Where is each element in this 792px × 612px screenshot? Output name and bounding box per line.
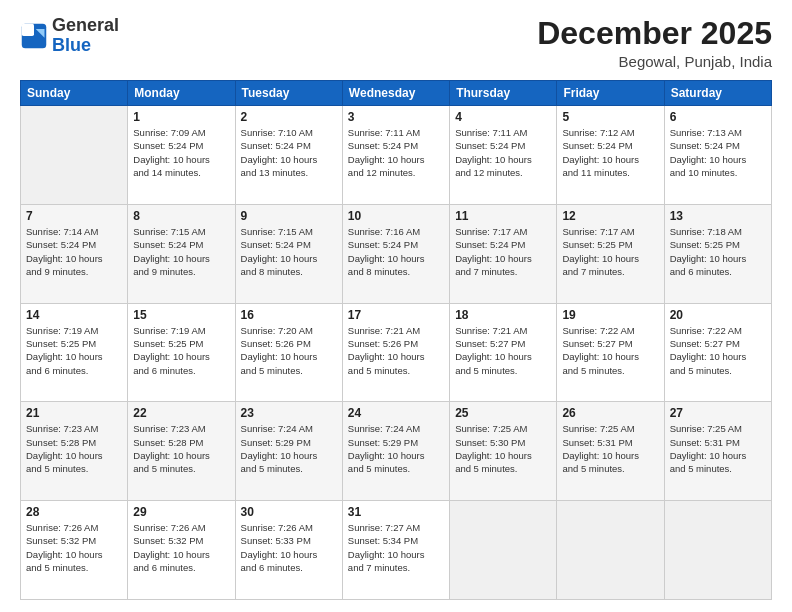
calendar-cell: 22Sunrise: 7:23 AM Sunset: 5:28 PM Dayli… xyxy=(128,402,235,501)
calendar-cell: 16Sunrise: 7:20 AM Sunset: 5:26 PM Dayli… xyxy=(235,303,342,402)
day-number: 5 xyxy=(562,110,658,124)
header-day-saturday: Saturday xyxy=(664,81,771,106)
day-number: 31 xyxy=(348,505,444,519)
day-number: 28 xyxy=(26,505,122,519)
calendar-cell: 19Sunrise: 7:22 AM Sunset: 5:27 PM Dayli… xyxy=(557,303,664,402)
day-number: 16 xyxy=(241,308,337,322)
calendar-cell: 7Sunrise: 7:14 AM Sunset: 5:24 PM Daylig… xyxy=(21,204,128,303)
day-info: Sunrise: 7:24 AM Sunset: 5:29 PM Dayligh… xyxy=(241,422,337,475)
logo-general: General xyxy=(52,15,119,35)
month-title: December 2025 xyxy=(537,16,772,51)
day-info: Sunrise: 7:14 AM Sunset: 5:24 PM Dayligh… xyxy=(26,225,122,278)
day-number: 26 xyxy=(562,406,658,420)
day-info: Sunrise: 7:22 AM Sunset: 5:27 PM Dayligh… xyxy=(562,324,658,377)
calendar-cell: 27Sunrise: 7:25 AM Sunset: 5:31 PM Dayli… xyxy=(664,402,771,501)
day-info: Sunrise: 7:27 AM Sunset: 5:34 PM Dayligh… xyxy=(348,521,444,574)
calendar-cell: 1Sunrise: 7:09 AM Sunset: 5:24 PM Daylig… xyxy=(128,106,235,205)
calendar-cell: 4Sunrise: 7:11 AM Sunset: 5:24 PM Daylig… xyxy=(450,106,557,205)
day-info: Sunrise: 7:12 AM Sunset: 5:24 PM Dayligh… xyxy=(562,126,658,179)
calendar-cell: 30Sunrise: 7:26 AM Sunset: 5:33 PM Dayli… xyxy=(235,501,342,600)
calendar-cell: 25Sunrise: 7:25 AM Sunset: 5:30 PM Dayli… xyxy=(450,402,557,501)
day-info: Sunrise: 7:20 AM Sunset: 5:26 PM Dayligh… xyxy=(241,324,337,377)
logo-text: General Blue xyxy=(52,16,119,56)
day-number: 17 xyxy=(348,308,444,322)
day-number: 22 xyxy=(133,406,229,420)
day-info: Sunrise: 7:19 AM Sunset: 5:25 PM Dayligh… xyxy=(26,324,122,377)
calendar-cell: 29Sunrise: 7:26 AM Sunset: 5:32 PM Dayli… xyxy=(128,501,235,600)
calendar-cell xyxy=(21,106,128,205)
header-day-sunday: Sunday xyxy=(21,81,128,106)
day-info: Sunrise: 7:11 AM Sunset: 5:24 PM Dayligh… xyxy=(348,126,444,179)
day-info: Sunrise: 7:16 AM Sunset: 5:24 PM Dayligh… xyxy=(348,225,444,278)
day-number: 24 xyxy=(348,406,444,420)
calendar-cell: 17Sunrise: 7:21 AM Sunset: 5:26 PM Dayli… xyxy=(342,303,449,402)
day-info: Sunrise: 7:19 AM Sunset: 5:25 PM Dayligh… xyxy=(133,324,229,377)
calendar-cell: 10Sunrise: 7:16 AM Sunset: 5:24 PM Dayli… xyxy=(342,204,449,303)
header-day-thursday: Thursday xyxy=(450,81,557,106)
day-info: Sunrise: 7:22 AM Sunset: 5:27 PM Dayligh… xyxy=(670,324,766,377)
logo-icon xyxy=(20,22,48,50)
calendar-cell: 21Sunrise: 7:23 AM Sunset: 5:28 PM Dayli… xyxy=(21,402,128,501)
logo: General Blue xyxy=(20,16,119,56)
svg-rect-2 xyxy=(22,24,34,36)
day-info: Sunrise: 7:10 AM Sunset: 5:24 PM Dayligh… xyxy=(241,126,337,179)
calendar-cell: 15Sunrise: 7:19 AM Sunset: 5:25 PM Dayli… xyxy=(128,303,235,402)
day-number: 9 xyxy=(241,209,337,223)
day-info: Sunrise: 7:23 AM Sunset: 5:28 PM Dayligh… xyxy=(133,422,229,475)
day-number: 18 xyxy=(455,308,551,322)
day-info: Sunrise: 7:25 AM Sunset: 5:31 PM Dayligh… xyxy=(670,422,766,475)
title-block: December 2025 Begowal, Punjab, India xyxy=(537,16,772,70)
day-number: 12 xyxy=(562,209,658,223)
day-number: 29 xyxy=(133,505,229,519)
day-info: Sunrise: 7:09 AM Sunset: 5:24 PM Dayligh… xyxy=(133,126,229,179)
calendar-cell: 24Sunrise: 7:24 AM Sunset: 5:29 PM Dayli… xyxy=(342,402,449,501)
day-number: 8 xyxy=(133,209,229,223)
calendar-cell: 9Sunrise: 7:15 AM Sunset: 5:24 PM Daylig… xyxy=(235,204,342,303)
day-info: Sunrise: 7:15 AM Sunset: 5:24 PM Dayligh… xyxy=(133,225,229,278)
day-info: Sunrise: 7:17 AM Sunset: 5:25 PM Dayligh… xyxy=(562,225,658,278)
day-info: Sunrise: 7:25 AM Sunset: 5:30 PM Dayligh… xyxy=(455,422,551,475)
day-info: Sunrise: 7:11 AM Sunset: 5:24 PM Dayligh… xyxy=(455,126,551,179)
calendar-cell: 28Sunrise: 7:26 AM Sunset: 5:32 PM Dayli… xyxy=(21,501,128,600)
day-number: 3 xyxy=(348,110,444,124)
calendar-cell: 5Sunrise: 7:12 AM Sunset: 5:24 PM Daylig… xyxy=(557,106,664,205)
header-day-friday: Friday xyxy=(557,81,664,106)
location: Begowal, Punjab, India xyxy=(537,53,772,70)
day-info: Sunrise: 7:26 AM Sunset: 5:32 PM Dayligh… xyxy=(133,521,229,574)
day-number: 25 xyxy=(455,406,551,420)
day-info: Sunrise: 7:17 AM Sunset: 5:24 PM Dayligh… xyxy=(455,225,551,278)
day-number: 11 xyxy=(455,209,551,223)
header-day-tuesday: Tuesday xyxy=(235,81,342,106)
calendar-body: 1Sunrise: 7:09 AM Sunset: 5:24 PM Daylig… xyxy=(21,106,772,600)
day-number: 6 xyxy=(670,110,766,124)
day-number: 15 xyxy=(133,308,229,322)
logo-blue: Blue xyxy=(52,35,91,55)
day-number: 19 xyxy=(562,308,658,322)
day-number: 30 xyxy=(241,505,337,519)
calendar-cell: 26Sunrise: 7:25 AM Sunset: 5:31 PM Dayli… xyxy=(557,402,664,501)
calendar-cell xyxy=(450,501,557,600)
calendar-header: SundayMondayTuesdayWednesdayThursdayFrid… xyxy=(21,81,772,106)
day-number: 21 xyxy=(26,406,122,420)
header: General Blue December 2025 Begowal, Punj… xyxy=(20,16,772,70)
calendar-cell: 11Sunrise: 7:17 AM Sunset: 5:24 PM Dayli… xyxy=(450,204,557,303)
week-row-3: 21Sunrise: 7:23 AM Sunset: 5:28 PM Dayli… xyxy=(21,402,772,501)
day-info: Sunrise: 7:13 AM Sunset: 5:24 PM Dayligh… xyxy=(670,126,766,179)
day-number: 7 xyxy=(26,209,122,223)
day-number: 20 xyxy=(670,308,766,322)
day-number: 27 xyxy=(670,406,766,420)
calendar-cell: 18Sunrise: 7:21 AM Sunset: 5:27 PM Dayli… xyxy=(450,303,557,402)
day-number: 14 xyxy=(26,308,122,322)
day-info: Sunrise: 7:21 AM Sunset: 5:27 PM Dayligh… xyxy=(455,324,551,377)
calendar-cell: 3Sunrise: 7:11 AM Sunset: 5:24 PM Daylig… xyxy=(342,106,449,205)
calendar-cell: 14Sunrise: 7:19 AM Sunset: 5:25 PM Dayli… xyxy=(21,303,128,402)
week-row-2: 14Sunrise: 7:19 AM Sunset: 5:25 PM Dayli… xyxy=(21,303,772,402)
header-day-monday: Monday xyxy=(128,81,235,106)
calendar-cell xyxy=(557,501,664,600)
calendar-cell: 23Sunrise: 7:24 AM Sunset: 5:29 PM Dayli… xyxy=(235,402,342,501)
day-number: 10 xyxy=(348,209,444,223)
day-number: 2 xyxy=(241,110,337,124)
day-number: 1 xyxy=(133,110,229,124)
calendar-table: SundayMondayTuesdayWednesdayThursdayFrid… xyxy=(20,80,772,600)
page: General Blue December 2025 Begowal, Punj… xyxy=(0,0,792,612)
